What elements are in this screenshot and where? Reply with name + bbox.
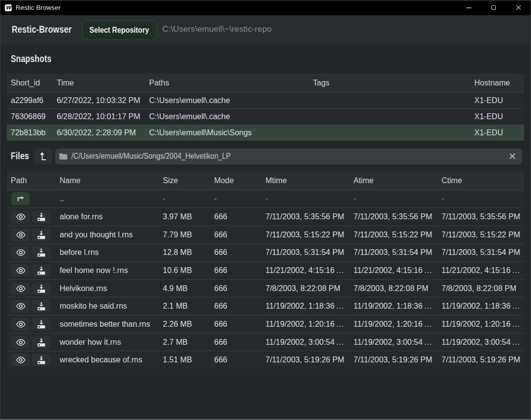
select-repository-button[interactable]: Select Repository [82, 21, 156, 40]
file-row: feel home now !.rns 10.6 MB 666 11/21/20… [7, 261, 524, 279]
file-row: and you thought l.rns 7.79 MB 666 7/11/2… [7, 226, 524, 244]
download-file-button[interactable] [32, 282, 50, 295]
file-size: 3.97 MB [159, 212, 210, 221]
file-atime: 11/19/2002, 1:18:36 AM [350, 302, 438, 311]
file-size: 2.26 MB [159, 320, 210, 329]
snapshot-row[interactable]: 72b813bb 6/30/2022, 2:28:09 PM C:\Users\… [7, 125, 524, 141]
preview-file-button[interactable] [11, 229, 30, 241]
file-ctime: 7/11/2003, 5:31:54 PM [438, 248, 524, 257]
window-title: Restic Browser [16, 4, 61, 11]
file-actions-cell [7, 210, 56, 223]
parent-directory-button[interactable] [34, 148, 52, 165]
app-logo-letter: W [5, 5, 11, 10]
download-file-button[interactable] [32, 264, 50, 277]
snapshot-row[interactable]: a2299af6 6/27/2022, 10:03:32 PM C:\Users… [7, 92, 524, 108]
file-atime: 7/11/2003, 5:35:56 PM [350, 212, 438, 221]
file-size: 10.6 MB [159, 266, 210, 275]
snapshots-table-body: a2299af6 6/27/2022, 10:03:32 PM C:\Users… [7, 92, 524, 141]
file-name: Helvikone.rns [56, 284, 159, 293]
snapshot-row[interactable]: 76306869 6/28/2022, 10:01:17 PM C:\Users… [7, 108, 524, 125]
snapshot-short-id: 72b813bb [7, 128, 53, 137]
file-mtime: 11/19/2002, 1:18:36 AM [262, 302, 350, 311]
snapshot-short-id: a2299af6 [7, 96, 53, 105]
file-actions-cell [7, 192, 56, 205]
file-name: moskito he said.rns [56, 302, 159, 311]
file-row: alone for.rns 3.97 MB 666 7/11/2003, 5:3… [7, 208, 524, 226]
eye-icon [16, 231, 25, 238]
preview-file-button[interactable] [11, 282, 30, 295]
column-header-size: Size [159, 176, 210, 185]
file-actions-cell [7, 282, 56, 295]
preview-file-button[interactable] [11, 246, 30, 259]
file-row: wrecked because of.rns 1.51 MB 666 7/11/… [7, 351, 524, 369]
window-controls [456, 0, 531, 15]
file-name: and you thought l.rns [56, 231, 159, 239]
file-name: wrecked because of.rns [56, 356, 159, 364]
download-icon [37, 284, 45, 293]
files-table-body: .. - - - - - alone for.rns 3. [7, 190, 524, 369]
preview-file-button[interactable] [11, 318, 30, 331]
download-file-button[interactable] [32, 246, 50, 259]
go-up-button[interactable] [11, 192, 30, 205]
file-mtime: 7/11/2003, 5:31:54 PM [262, 248, 350, 257]
download-file-button[interactable] [32, 300, 50, 313]
file-row: before l.rns 12.8 MB 666 7/11/2003, 5:31… [7, 244, 524, 262]
download-icon [37, 302, 45, 311]
column-header-short-id: Short_id [7, 79, 53, 87]
file-name: sometimes better than.rns [56, 320, 159, 329]
maximize-button[interactable] [481, 0, 506, 15]
file-row: wonder how it.rns 2.7 MB 666 11/19/2002,… [7, 333, 524, 351]
file-mtime: 11/19/2002, 3:00:54 AM [262, 338, 350, 347]
column-header-name: Name [56, 176, 159, 185]
download-file-button[interactable] [32, 336, 50, 349]
file-name: feel home now !.rns [56, 266, 159, 275]
download-file-button[interactable] [32, 229, 50, 241]
eye-icon [16, 249, 25, 256]
download-file-button[interactable] [32, 354, 50, 366]
file-ctime: 7/11/2003, 5:15:22 PM [438, 231, 524, 239]
preview-file-button[interactable] [11, 264, 30, 277]
column-header-atime: Atime [350, 176, 438, 185]
file-size: 7.79 MB [159, 231, 210, 239]
file-mode: 666 [210, 356, 262, 364]
maximize-icon [491, 5, 496, 10]
file-mtime: 7/8/2003, 8:22:08 PM [262, 284, 350, 293]
file-size: 2.1 MB [159, 302, 210, 311]
titlebar: W Restic Browser [0, 0, 531, 15]
file-mtime: - [262, 194, 350, 203]
repository-path: C:\Users\emuell\~\restic-repo [162, 24, 272, 34]
download-file-button[interactable] [32, 318, 50, 331]
eye-icon [16, 267, 25, 274]
app-window: W Restic Browser Restic-Browser Select R… [0, 0, 531, 420]
clear-path-button[interactable] [508, 151, 517, 161]
preview-file-button[interactable] [11, 336, 30, 349]
eye-icon [16, 357, 25, 363]
folder-icon [59, 153, 68, 160]
file-atime: 7/8/2003, 8:22:08 PM [350, 284, 438, 293]
file-name: alone for.rns [56, 212, 159, 221]
file-mode: 666 [210, 231, 262, 239]
preview-file-button[interactable] [11, 354, 30, 366]
file-actions-cell [7, 318, 56, 331]
snapshot-hostname: X1-EDU [470, 112, 524, 121]
snapshot-time: 6/27/2022, 10:03:32 PM [53, 96, 145, 105]
preview-file-button[interactable] [11, 300, 30, 313]
eye-icon [16, 285, 25, 292]
app-title: Restic-Browser [12, 24, 72, 35]
snapshot-short-id: 76306869 [7, 112, 53, 121]
column-header-ctime: Ctime [438, 176, 524, 185]
file-mode: 666 [210, 212, 262, 221]
files-table-header: Path Name Size Mode Mtime Atime Ctime [7, 171, 524, 190]
file-mode: 666 [210, 320, 262, 329]
close-button[interactable] [506, 0, 531, 15]
eye-icon [16, 321, 25, 328]
minimize-button[interactable] [456, 0, 481, 15]
file-row: Helvikone.rns 4.9 MB 666 7/8/2003, 8:22:… [7, 279, 524, 297]
file-size: 1.51 MB [159, 356, 210, 364]
download-file-button[interactable] [32, 210, 50, 223]
current-path-bar[interactable]: /C/Users/emuell/Music/Songs/2004_Helveti… [55, 148, 522, 165]
file-mtime: 7/11/2003, 5:15:22 PM [262, 231, 350, 239]
column-header-mtime: Mtime [262, 176, 350, 185]
level-up-arrow-icon [40, 151, 47, 161]
preview-file-button[interactable] [11, 210, 30, 223]
